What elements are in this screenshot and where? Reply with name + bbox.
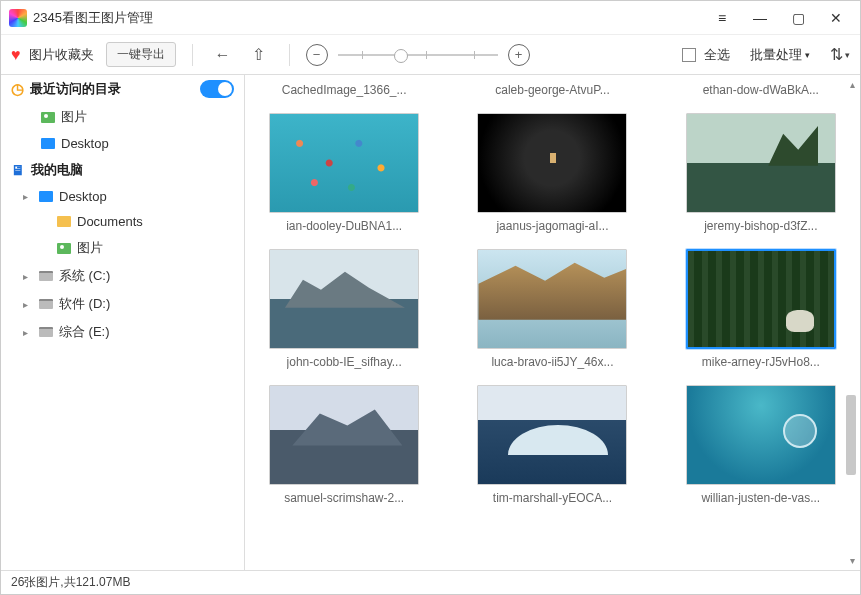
sidebar-item--d-[interactable]: ▸软件 (D:) — [1, 290, 244, 318]
sidebar-item-documents[interactable]: Documents — [1, 209, 244, 234]
picture-icon — [41, 112, 55, 123]
sidebar-pc-header[interactable]: 🖥 我的电脑 — [1, 156, 244, 184]
filename: jeremy-bishop-d3fZ... — [704, 219, 817, 233]
status-text: 26张图片,共121.07MB — [11, 574, 130, 591]
drive-icon — [39, 271, 53, 281]
thumbnail-item[interactable]: mike-arney-rJ5vHo8... — [672, 249, 850, 369]
filename: ian-dooley-DuBNA1... — [286, 219, 402, 233]
pic-icon — [57, 243, 71, 254]
thumbnail[interactable] — [477, 113, 627, 213]
expand-icon[interactable]: ▸ — [23, 327, 33, 338]
zoom-slider[interactable] — [338, 54, 498, 56]
select-all-label[interactable]: 全选 — [704, 46, 730, 64]
drive-icon — [39, 327, 53, 337]
scroll-down-icon[interactable]: ▾ — [850, 555, 855, 566]
sidebar-item-图片[interactable]: 图片 — [1, 234, 244, 262]
expand-icon[interactable]: ▸ — [23, 191, 33, 202]
sidebar: ◷ 最近访问的目录 图片 Desktop 🖥 我的电脑 ▸DesktopDocu… — [1, 75, 245, 570]
thumbnail-item[interactable]: john-cobb-IE_sifhay... — [255, 249, 433, 369]
thumbnail-item[interactable]: luca-bravo-ii5JY_46x... — [463, 249, 641, 369]
thumbnail[interactable] — [686, 249, 836, 349]
filename: CachedImage_1366_... — [282, 83, 407, 97]
thumbnail[interactable] — [686, 113, 836, 213]
favorites-label[interactable]: 图片收藏夹 — [29, 46, 94, 64]
filename: john-cobb-IE_sifhay... — [287, 355, 402, 369]
export-button[interactable]: 一键导出 — [106, 42, 176, 67]
expand-icon[interactable]: ▸ — [23, 271, 33, 282]
desk-icon — [39, 191, 53, 202]
close-button[interactable]: ✕ — [820, 4, 852, 32]
thumbnail-item[interactable]: caleb-george-AtvuP... — [463, 77, 641, 97]
status-bar: 26张图片,共121.07MB — [1, 570, 860, 594]
thumbnail-grid: CachedImage_1366_...caleb-george-AtvuP..… — [245, 75, 860, 570]
filename: samuel-scrimshaw-2... — [284, 491, 404, 505]
toolbar: ♥ 图片收藏夹 一键导出 ← ⇧ − + 全选 批量处理▾ ⇅▾ — [1, 35, 860, 75]
thumbnail-item[interactable]: willian-justen-de-vas... — [672, 385, 850, 505]
thumbnail[interactable] — [269, 385, 419, 485]
window-title: 2345看图王图片管理 — [33, 9, 706, 27]
zoom-in-button[interactable]: + — [508, 44, 530, 66]
maximize-button[interactable]: ▢ — [782, 4, 814, 32]
scroll-up-icon[interactable]: ▴ — [850, 79, 855, 90]
scrollbar[interactable]: ▴ ▾ — [844, 75, 858, 570]
chevron-down-icon: ▾ — [805, 50, 810, 60]
thumbnail[interactable] — [477, 249, 627, 349]
heart-icon: ♥ — [11, 46, 21, 64]
filename: luca-bravo-ii5JY_46x... — [491, 355, 613, 369]
recent-toggle[interactable] — [200, 80, 234, 98]
thumbnail-item[interactable]: jaanus-jagomagi-aI... — [463, 113, 641, 233]
drive-icon — [39, 299, 53, 309]
expand-icon[interactable]: ▸ — [23, 299, 33, 310]
titlebar: 2345看图王图片管理 ≡ — ▢ ✕ — [1, 1, 860, 35]
divider — [192, 44, 193, 66]
thumbnail-item[interactable]: ethan-dow-dWaBkA... — [672, 77, 850, 97]
chevron-down-icon: ▾ — [845, 50, 850, 60]
sidebar-item-desktop[interactable]: ▸Desktop — [1, 184, 244, 209]
batch-process-button[interactable]: 批量处理▾ — [750, 46, 810, 64]
divider — [289, 44, 290, 66]
thumbnail-item[interactable]: jeremy-bishop-d3fZ... — [672, 113, 850, 233]
back-button[interactable]: ← — [209, 41, 237, 69]
desktop-icon — [41, 138, 55, 149]
thumbnail[interactable] — [686, 385, 836, 485]
sidebar-item--c-[interactable]: ▸系统 (C:) — [1, 262, 244, 290]
zoom-out-button[interactable]: − — [306, 44, 328, 66]
sort-button[interactable]: ⇅▾ — [830, 45, 850, 64]
thumbnail[interactable] — [269, 249, 419, 349]
menu-icon[interactable]: ≡ — [706, 4, 738, 32]
clock-icon: ◷ — [11, 80, 24, 98]
filename: caleb-george-AtvuP... — [495, 83, 610, 97]
minimize-button[interactable]: — — [744, 4, 776, 32]
thumbnail[interactable] — [477, 385, 627, 485]
sidebar-item-pictures[interactable]: 图片 — [1, 103, 244, 131]
thumbnail-item[interactable]: CachedImage_1366_... — [255, 77, 433, 97]
thumbnail-item[interactable]: samuel-scrimshaw-2... — [255, 385, 433, 505]
filename: ethan-dow-dWaBkA... — [703, 83, 819, 97]
scrollbar-thumb[interactable] — [846, 395, 856, 475]
sidebar-item--e-[interactable]: ▸综合 (E:) — [1, 318, 244, 346]
up-button[interactable]: ⇧ — [245, 41, 273, 69]
computer-icon: 🖥 — [11, 162, 25, 178]
app-window: 2345看图王图片管理 ≡ — ▢ ✕ ♥ 图片收藏夹 一键导出 ← ⇧ − +… — [0, 0, 861, 595]
filename: mike-arney-rJ5vHo8... — [702, 355, 820, 369]
thumbnail-item[interactable]: ian-dooley-DuBNA1... — [255, 113, 433, 233]
sidebar-item-desktop[interactable]: Desktop — [1, 131, 244, 156]
folder-icon — [57, 216, 71, 227]
app-icon — [9, 9, 27, 27]
thumbnail[interactable] — [269, 113, 419, 213]
filename: tim-marshall-yEOCA... — [493, 491, 612, 505]
select-all-checkbox[interactable] — [682, 48, 696, 62]
thumbnail-item[interactable]: tim-marshall-yEOCA... — [463, 385, 641, 505]
sidebar-recent-header[interactable]: ◷ 最近访问的目录 — [1, 75, 244, 103]
filename: willian-justen-de-vas... — [701, 491, 820, 505]
filename: jaanus-jagomagi-aI... — [496, 219, 608, 233]
